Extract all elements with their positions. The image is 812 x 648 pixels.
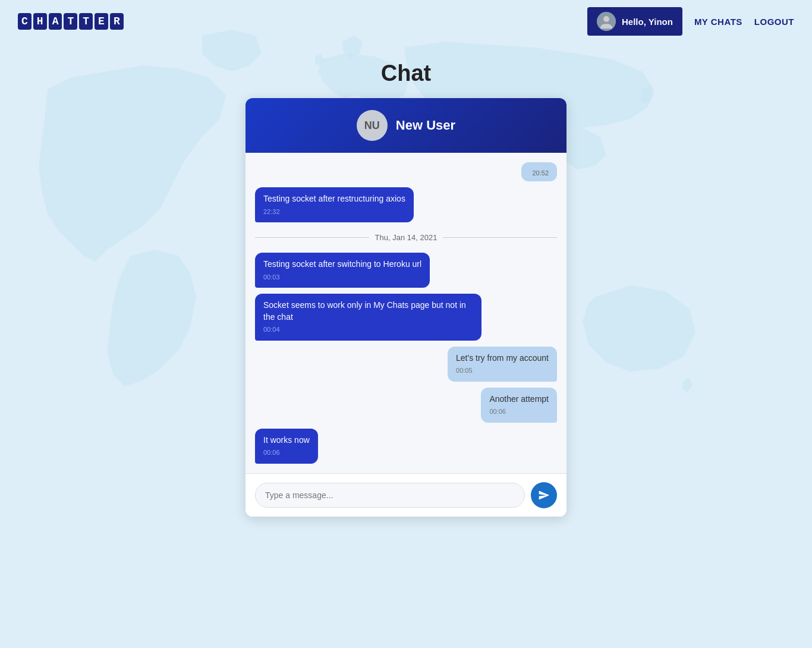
page-title: Chat xyxy=(0,61,812,86)
greeting-text: Hello, Yinon xyxy=(622,17,673,27)
logo-letter-t2: T xyxy=(79,13,93,30)
chat-contact-avatar: NU xyxy=(357,110,388,141)
send-button[interactable] xyxy=(531,482,557,508)
input-area xyxy=(246,473,566,517)
list-item: Let's try from my account 00:05 xyxy=(448,347,557,382)
message-time: 00:05 xyxy=(456,366,549,375)
list-item: It works now 00:06 xyxy=(255,429,318,464)
logo-letter-e: E xyxy=(95,13,108,30)
list-item: 20:52 xyxy=(521,162,557,181)
date-text: Thu, Jan 14, 2021 xyxy=(375,233,438,242)
navbar: C H A T T E R Hello, Yinon MY CHATS LOGO… xyxy=(0,0,812,43)
message-text: Testing socket after restructuring axios xyxy=(263,193,405,205)
message-input[interactable] xyxy=(255,483,525,508)
logo-letter-r: R xyxy=(110,13,124,30)
list-item: Socket seems to work only in My Chats pa… xyxy=(255,294,481,341)
logo-letter-a: A xyxy=(49,13,62,30)
logo-letter-c: C xyxy=(18,13,32,30)
messages-area[interactable]: 20:52 Testing socket after restructuring… xyxy=(246,153,566,473)
message-time: 00:06 xyxy=(489,407,549,416)
nav-right: Hello, Yinon MY CHATS LOGOUT xyxy=(587,7,794,36)
avatar xyxy=(597,12,616,31)
message-text: Another attempt xyxy=(489,394,549,405)
divider-line xyxy=(255,237,369,238)
chat-header: NU New User xyxy=(246,98,566,153)
my-chats-link[interactable]: MY CHATS xyxy=(694,17,742,27)
list-item: Testing socket after restructuring axios… xyxy=(255,187,414,222)
chat-container: NU New User 20:52 Testing socket after r… xyxy=(246,98,566,517)
send-icon xyxy=(538,489,550,501)
user-badge: Hello, Yinon xyxy=(587,7,682,36)
logo-letter-t1: T xyxy=(64,13,77,30)
message-text: Socket seems to work only in My Chats pa… xyxy=(263,300,473,323)
list-item: Another attempt 00:06 xyxy=(481,388,557,423)
message-time: 00:06 xyxy=(263,448,310,457)
message-time: 00:04 xyxy=(263,325,473,334)
logout-link[interactable]: LOGOUT xyxy=(754,17,794,27)
date-divider: Thu, Jan 14, 2021 xyxy=(255,233,557,242)
message-time: 22:32 xyxy=(263,207,405,216)
logo-letter-h: H xyxy=(33,13,47,30)
message-time: 00:03 xyxy=(263,273,421,282)
list-item: Testing socket after switching to Heroku… xyxy=(255,253,430,288)
divider-line xyxy=(443,237,557,238)
message-text: Testing socket after switching to Heroku… xyxy=(263,259,421,270)
chat-contact-name: New User xyxy=(396,118,455,133)
svg-point-1 xyxy=(603,16,609,22)
message-text: It works now xyxy=(263,435,310,446)
message-time: 20:52 xyxy=(530,169,549,177)
logo: C H A T T E R xyxy=(18,13,124,30)
message-text: Let's try from my account xyxy=(456,353,549,364)
